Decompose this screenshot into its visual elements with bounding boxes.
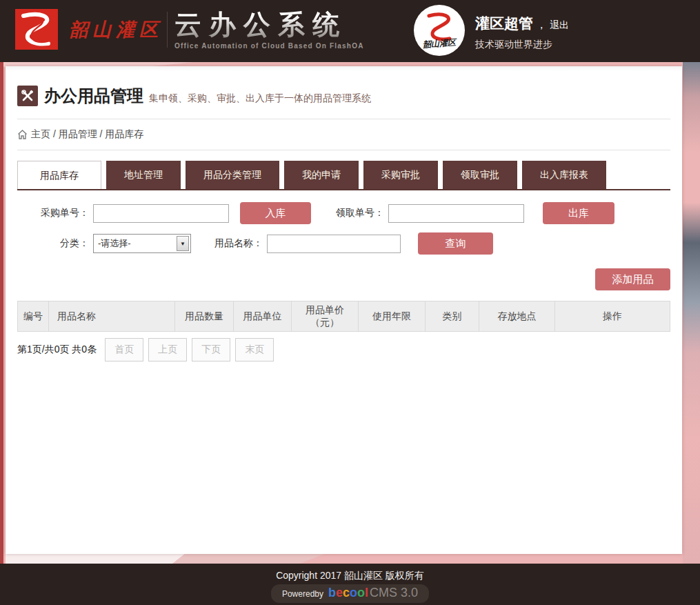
filter-row-1: 采购单号： 入库 领取单号： 出库 xyxy=(17,202,670,224)
select-dropdown-arrow-icon[interactable] xyxy=(177,236,189,251)
col-header-item-name: 用品名称 xyxy=(49,301,175,332)
breadcrumb-text: 主页 / 用品管理 / 用品库存 xyxy=(31,128,143,141)
becool-letter-1: e xyxy=(336,586,343,600)
add-item-button[interactable]: 添加用品 xyxy=(595,268,670,290)
page-head: 办公用品管理 集申领、采购、审批、出入库于一体的用品管理系统 xyxy=(17,66,670,119)
brand-calligraphy-text: 韶山灌区 xyxy=(69,17,163,42)
tab-pickup-approval[interactable]: 领取审批 xyxy=(443,161,517,189)
footer-bar: Copyright 2017 韶山灌区 版权所有 Poweredby becoo… xyxy=(0,564,700,605)
last-page-button[interactable]: 末页 xyxy=(235,338,274,361)
query-button[interactable]: 查询 xyxy=(418,232,493,255)
item-name-label: 用品名称： xyxy=(210,237,267,250)
purchase-no-label: 采购单号： xyxy=(17,207,93,219)
brand-area: 韶山灌区 云办公系统 Office Automation of Cloud Ba… xyxy=(15,9,364,50)
copyright-text: Copyright 2017 韶山灌区 版权所有 xyxy=(0,564,700,582)
avatar-caption: 韶山灌区 xyxy=(414,36,465,51)
becool-logo: becool xyxy=(328,586,368,600)
page-subtitle: 集申领、采购、审批、出入库于一体的用品管理系统 xyxy=(149,87,371,105)
divider xyxy=(17,150,670,150)
powered-by-prefix: Poweredby xyxy=(282,589,323,599)
cms-version-text: CMS 3.0 xyxy=(370,586,418,600)
pagination: 第1页/共0页 共0条 首页 上页 下页 末页 xyxy=(17,338,670,361)
col-header-service-life: 使用年限 xyxy=(359,301,426,332)
col-header-category: 类别 xyxy=(426,301,479,332)
category-label: 分类： xyxy=(17,237,93,250)
tools-icon xyxy=(17,86,38,106)
pickup-no-label: 领取单号： xyxy=(333,207,388,219)
filter-row-2: 分类： -请选择- 用品名称： 查询 xyxy=(17,232,670,255)
becool-letter-4: o xyxy=(357,586,365,600)
logo-swirl-icon xyxy=(15,9,58,50)
tab-inventory-report[interactable]: 出入库报表 xyxy=(522,161,606,189)
page-title: 办公用品管理 xyxy=(44,85,143,107)
top-header-bar: 韶山灌区 云办公系统 Office Automation of Cloud Ba… xyxy=(0,0,700,62)
col-header-unit-price: 用品单价（元） xyxy=(292,301,359,332)
becool-letter-3: o xyxy=(350,586,357,600)
becool-letter-5: l xyxy=(365,586,368,600)
category-select[interactable]: -请选择- xyxy=(93,234,191,253)
system-subtitle: Office Automation of Cloud Based On Flas… xyxy=(174,42,364,50)
first-page-button[interactable]: 首页 xyxy=(105,338,143,361)
powered-by-badge: Poweredby becool CMS 3.0 xyxy=(271,584,429,603)
wrench-screwdriver-icon xyxy=(21,89,34,103)
app-window: 韶山灌区 云办公系统 Office Automation of Cloud Ba… xyxy=(0,0,700,605)
tab-my-application[interactable]: 我的申请 xyxy=(284,161,359,189)
tab-supplies-category[interactable]: 用品分类管理 xyxy=(186,161,279,189)
col-header-storage-location: 存放地点 xyxy=(479,301,555,332)
system-title-block: 云办公系统 Office Automation of Cloud Based O… xyxy=(174,10,364,50)
breadcrumb[interactable]: 主页 / 用品管理 / 用品库存 xyxy=(17,119,670,150)
category-selected-value: -请选择- xyxy=(94,237,177,250)
outbound-button[interactable]: 出库 xyxy=(543,202,614,224)
tab-purchase-approval[interactable]: 采购审批 xyxy=(363,161,438,189)
col-header-id: 编号 xyxy=(18,301,49,332)
user-line: 灌区超管 ， 退出 xyxy=(475,14,569,33)
filter-area: 采购单号： 入库 领取单号： 出库 分类： -请选择- 用品名称： 查询 xyxy=(17,190,670,255)
pickup-no-input[interactable] xyxy=(388,204,524,223)
left-accent-stripe xyxy=(0,62,3,564)
home-icon xyxy=(17,130,28,139)
becool-letter-2: c xyxy=(343,586,350,600)
username: 灌区超管 xyxy=(475,15,533,31)
user-avatar[interactable]: 韶山灌区 xyxy=(414,5,465,56)
right-background-strip xyxy=(683,62,700,564)
bottom-deco-shape-pink xyxy=(172,554,324,564)
purchase-no-input[interactable] xyxy=(93,204,229,223)
add-row: 添加用品 xyxy=(17,268,670,290)
username-separator: ， xyxy=(536,19,546,30)
tab-bar: 用品库存 地址管理 用品分类管理 我的申请 采购审批 领取审批 出入库报表 xyxy=(17,161,670,190)
user-area: 韶山灌区 灌区超管 ， 退出 技术驱动世界进步 xyxy=(414,5,569,56)
col-header-unit: 用品单位 xyxy=(234,301,292,332)
inbound-button[interactable]: 入库 xyxy=(240,202,311,224)
user-text-block: 灌区超管 ， 退出 技术驱动世界进步 xyxy=(475,5,569,56)
tab-supplies-inventory[interactable]: 用品库存 xyxy=(17,161,101,189)
logout-link[interactable]: 退出 xyxy=(550,19,569,30)
inventory-table: 编号 用品名称 用品数量 用品单位 用品单价（元） 使用年限 类别 存放地点 操… xyxy=(17,301,670,332)
col-header-actions: 操作 xyxy=(555,301,670,332)
next-page-button[interactable]: 下页 xyxy=(192,338,230,361)
tab-address-management[interactable]: 地址管理 xyxy=(106,161,181,189)
prev-page-button[interactable]: 上页 xyxy=(148,338,187,361)
main-content-card: 办公用品管理 集申领、采购、审批、出入库于一体的用品管理系统 主页 / 用品管理… xyxy=(6,66,682,554)
user-slogan: 技术驱动世界进步 xyxy=(475,39,569,51)
pagination-summary: 第1页/共0页 共0条 xyxy=(17,344,97,356)
brand-divider xyxy=(167,12,168,48)
system-title: 云办公系统 xyxy=(174,10,364,40)
becool-letter-0: b xyxy=(328,586,336,600)
table-header-row: 编号 用品名称 用品数量 用品单位 用品单价（元） 使用年限 类别 存放地点 操… xyxy=(18,301,670,332)
col-header-quantity: 用品数量 xyxy=(175,301,234,332)
item-name-input[interactable] xyxy=(267,235,401,253)
brand-logo-icon xyxy=(15,9,58,50)
